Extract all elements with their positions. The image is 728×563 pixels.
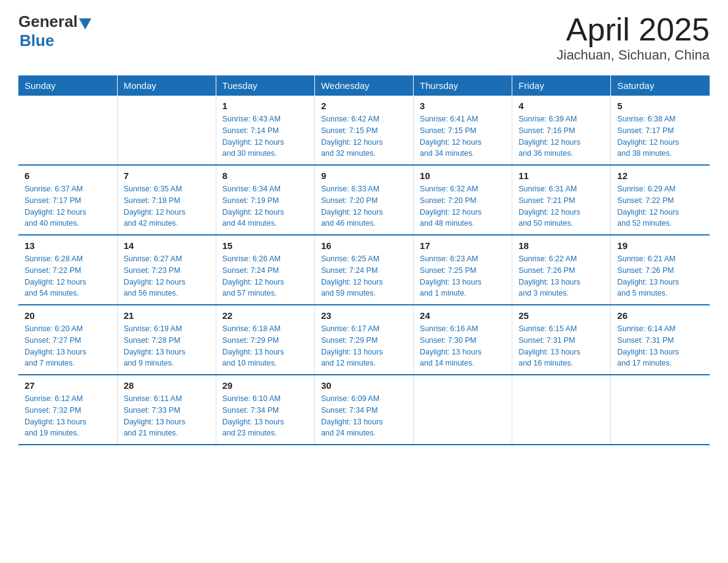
day-number: 3 — [420, 101, 506, 111]
header-row: Sunday Monday Tuesday Wednesday Thursday… — [18, 75, 710, 96]
calendar-cell: 17Sunrise: 6:23 AM Sunset: 7:25 PM Dayli… — [414, 235, 512, 305]
day-number: 25 — [518, 310, 604, 321]
day-info: Sunrise: 6:18 AM Sunset: 7:29 PM Dayligh… — [222, 323, 308, 369]
day-number: 26 — [617, 310, 703, 321]
calendar-week-row: 27Sunrise: 6:12 AM Sunset: 7:32 PM Dayli… — [18, 375, 710, 445]
day-info: Sunrise: 6:31 AM Sunset: 7:21 PM Dayligh… — [518, 183, 604, 229]
calendar-cell — [512, 375, 611, 445]
header-tuesday: Tuesday — [216, 75, 314, 96]
calendar-cell: 22Sunrise: 6:18 AM Sunset: 7:29 PM Dayli… — [216, 305, 314, 375]
calendar-week-row: 13Sunrise: 6:28 AM Sunset: 7:22 PM Dayli… — [18, 235, 710, 305]
day-info: Sunrise: 6:15 AM Sunset: 7:31 PM Dayligh… — [518, 323, 604, 369]
calendar-body: 1Sunrise: 6:43 AM Sunset: 7:14 PM Daylig… — [18, 96, 710, 445]
calendar-cell: 1Sunrise: 6:43 AM Sunset: 7:14 PM Daylig… — [216, 96, 314, 165]
calendar-cell: 25Sunrise: 6:15 AM Sunset: 7:31 PM Dayli… — [512, 305, 611, 375]
title-block: April 2025 Jiachuan, Sichuan, China — [557, 12, 710, 63]
day-number: 19 — [617, 240, 703, 251]
calendar-cell: 2Sunrise: 6:42 AM Sunset: 7:15 PM Daylig… — [314, 96, 413, 165]
day-info: Sunrise: 6:09 AM Sunset: 7:34 PM Dayligh… — [321, 393, 407, 439]
page-header: General Blue April 2025 Jiachuan, Sichua… — [18, 12, 710, 63]
calendar-cell: 18Sunrise: 6:22 AM Sunset: 7:26 PM Dayli… — [512, 235, 611, 305]
day-number: 27 — [25, 380, 111, 391]
day-number: 18 — [518, 240, 604, 251]
header-monday: Monday — [117, 75, 216, 96]
calendar-cell: 15Sunrise: 6:26 AM Sunset: 7:24 PM Dayli… — [216, 235, 314, 305]
header-thursday: Thursday — [414, 75, 512, 96]
day-info: Sunrise: 6:14 AM Sunset: 7:31 PM Dayligh… — [617, 323, 703, 369]
calendar-cell: 3Sunrise: 6:41 AM Sunset: 7:15 PM Daylig… — [414, 96, 512, 165]
calendar-cell: 27Sunrise: 6:12 AM Sunset: 7:32 PM Dayli… — [18, 375, 117, 445]
day-number: 30 — [321, 380, 407, 391]
calendar-cell: 23Sunrise: 6:17 AM Sunset: 7:29 PM Dayli… — [314, 305, 413, 375]
calendar-cell: 13Sunrise: 6:28 AM Sunset: 7:22 PM Dayli… — [18, 235, 117, 305]
day-number: 2 — [321, 101, 407, 111]
calendar-cell: 12Sunrise: 6:29 AM Sunset: 7:22 PM Dayli… — [611, 165, 710, 235]
day-info: Sunrise: 6:34 AM Sunset: 7:19 PM Dayligh… — [222, 183, 308, 229]
calendar-cell: 26Sunrise: 6:14 AM Sunset: 7:31 PM Dayli… — [611, 305, 710, 375]
day-number: 21 — [124, 310, 210, 321]
day-number: 22 — [222, 310, 308, 321]
header-wednesday: Wednesday — [314, 75, 413, 96]
calendar-cell — [117, 96, 216, 165]
calendar-cell: 28Sunrise: 6:11 AM Sunset: 7:33 PM Dayli… — [117, 375, 216, 445]
calendar-cell: 20Sunrise: 6:20 AM Sunset: 7:27 PM Dayli… — [18, 305, 117, 375]
day-info: Sunrise: 6:41 AM Sunset: 7:15 PM Dayligh… — [420, 113, 506, 159]
day-info: Sunrise: 6:37 AM Sunset: 7:17 PM Dayligh… — [25, 183, 111, 229]
day-info: Sunrise: 6:22 AM Sunset: 7:26 PM Dayligh… — [518, 253, 604, 299]
day-info: Sunrise: 6:27 AM Sunset: 7:23 PM Dayligh… — [124, 253, 210, 299]
day-info: Sunrise: 6:26 AM Sunset: 7:24 PM Dayligh… — [222, 253, 308, 299]
calendar-cell — [18, 96, 117, 165]
day-info: Sunrise: 6:12 AM Sunset: 7:32 PM Dayligh… — [25, 393, 111, 439]
calendar-subtitle: Jiachuan, Sichuan, China — [557, 47, 710, 63]
day-info: Sunrise: 6:28 AM Sunset: 7:22 PM Dayligh… — [25, 253, 111, 299]
day-number: 8 — [222, 170, 308, 181]
calendar-week-row: 20Sunrise: 6:20 AM Sunset: 7:27 PM Dayli… — [18, 305, 710, 375]
calendar-cell: 21Sunrise: 6:19 AM Sunset: 7:28 PM Dayli… — [117, 305, 216, 375]
header-sunday: Sunday — [18, 75, 117, 96]
day-info: Sunrise: 6:16 AM Sunset: 7:30 PM Dayligh… — [420, 323, 506, 369]
calendar-cell: 24Sunrise: 6:16 AM Sunset: 7:30 PM Dayli… — [414, 305, 512, 375]
logo-general-text: General — [18, 12, 78, 31]
logo-triangle-icon — [79, 18, 91, 29]
day-info: Sunrise: 6:17 AM Sunset: 7:29 PM Dayligh… — [321, 323, 407, 369]
calendar-week-row: 6Sunrise: 6:37 AM Sunset: 7:17 PM Daylig… — [18, 165, 710, 235]
day-number: 24 — [420, 310, 506, 321]
calendar-table: Sunday Monday Tuesday Wednesday Thursday… — [18, 75, 710, 445]
day-number: 15 — [222, 240, 308, 251]
day-info: Sunrise: 6:25 AM Sunset: 7:24 PM Dayligh… — [321, 253, 407, 299]
day-info: Sunrise: 6:20 AM Sunset: 7:27 PM Dayligh… — [25, 323, 111, 369]
calendar-cell: 9Sunrise: 6:33 AM Sunset: 7:20 PM Daylig… — [314, 165, 413, 235]
calendar-header: Sunday Monday Tuesday Wednesday Thursday… — [18, 75, 710, 96]
calendar-cell: 19Sunrise: 6:21 AM Sunset: 7:26 PM Dayli… — [611, 235, 710, 305]
day-info: Sunrise: 6:39 AM Sunset: 7:16 PM Dayligh… — [518, 113, 604, 159]
day-info: Sunrise: 6:21 AM Sunset: 7:26 PM Dayligh… — [617, 253, 703, 299]
calendar-cell: 16Sunrise: 6:25 AM Sunset: 7:24 PM Dayli… — [314, 235, 413, 305]
day-info: Sunrise: 6:43 AM Sunset: 7:14 PM Dayligh… — [222, 113, 308, 159]
day-number: 23 — [321, 310, 407, 321]
day-number: 4 — [518, 101, 604, 111]
logo: General Blue — [18, 12, 91, 50]
day-number: 7 — [124, 170, 210, 181]
calendar-cell: 10Sunrise: 6:32 AM Sunset: 7:20 PM Dayli… — [414, 165, 512, 235]
logo-blue-text: Blue — [20, 31, 54, 50]
day-number: 1 — [222, 101, 308, 111]
calendar-week-row: 1Sunrise: 6:43 AM Sunset: 7:14 PM Daylig… — [18, 96, 710, 165]
day-number: 14 — [124, 240, 210, 251]
day-number: 10 — [420, 170, 506, 181]
day-info: Sunrise: 6:10 AM Sunset: 7:34 PM Dayligh… — [222, 393, 308, 439]
day-number: 12 — [617, 170, 703, 181]
calendar-cell: 29Sunrise: 6:10 AM Sunset: 7:34 PM Dayli… — [216, 375, 314, 445]
calendar-cell: 4Sunrise: 6:39 AM Sunset: 7:16 PM Daylig… — [512, 96, 611, 165]
day-number: 28 — [124, 380, 210, 391]
day-info: Sunrise: 6:38 AM Sunset: 7:17 PM Dayligh… — [617, 113, 703, 159]
calendar-cell — [611, 375, 710, 445]
calendar-title: April 2025 — [557, 12, 710, 47]
day-number: 13 — [25, 240, 111, 251]
day-info: Sunrise: 6:19 AM Sunset: 7:28 PM Dayligh… — [124, 323, 210, 369]
day-info: Sunrise: 6:35 AM Sunset: 7:18 PM Dayligh… — [124, 183, 210, 229]
day-info: Sunrise: 6:32 AM Sunset: 7:20 PM Dayligh… — [420, 183, 506, 229]
day-info: Sunrise: 6:23 AM Sunset: 7:25 PM Dayligh… — [420, 253, 506, 299]
calendar-cell: 14Sunrise: 6:27 AM Sunset: 7:23 PM Dayli… — [117, 235, 216, 305]
calendar-cell: 11Sunrise: 6:31 AM Sunset: 7:21 PM Dayli… — [512, 165, 611, 235]
day-number: 17 — [420, 240, 506, 251]
